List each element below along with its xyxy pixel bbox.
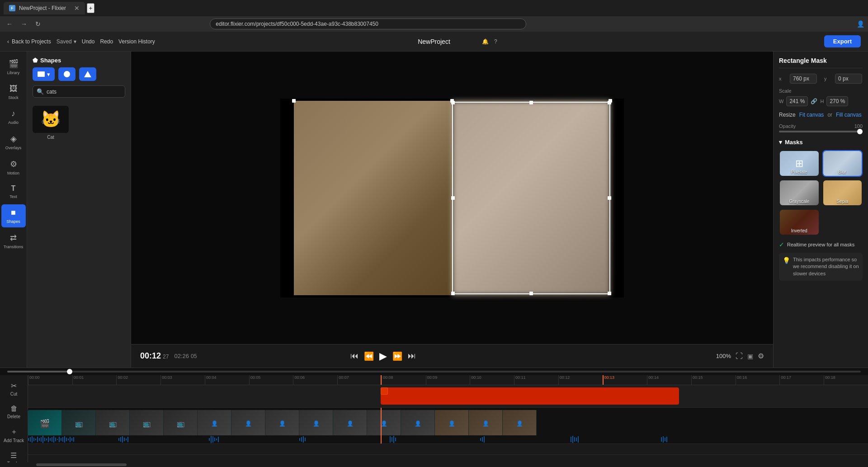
skip-end-button[interactable]: ⏭ [408,351,416,361]
profile-icon[interactable]: 👤 [857,20,864,28]
timeline-scrollbar[interactable] [0,462,868,467]
undo-button[interactable]: Undo [82,38,95,45]
browser-chrome: F NewProject - Flixier ✕ ＋ ← → ↻ editor.… [0,0,868,32]
svg-rect-42 [301,437,302,442]
svg-rect-10 [41,437,42,442]
scrub-bar[interactable] [7,371,861,373]
svg-rect-14 [48,437,49,442]
mask-grayscale[interactable]: Grayscale [779,179,820,206]
rewind-button[interactable]: ⏪ [364,351,374,361]
scale-w-value[interactable]: 241 % [786,96,808,106]
asset-panel: ⬟ Shapes ▾ 🔍 [27,52,131,368]
performance-text: This impacts performance so we recommend… [793,256,859,277]
search-input[interactable] [47,89,121,95]
svg-rect-43 [303,436,304,443]
sidebar-item-transitions[interactable]: ⇄ Transitions [1,229,26,253]
sidebar-item-shapes[interactable]: ■ Shapes [1,204,26,227]
triangle-shape-button[interactable] [79,67,96,81]
x-value[interactable]: 760 px [790,74,817,84]
mask-inverted[interactable]: Inverted [779,209,820,236]
svg-rect-23 [64,436,65,443]
forward-button[interactable]: → [18,19,30,29]
rectangle-shape-button[interactable]: ▾ [33,67,55,81]
browser-tab-active[interactable]: F NewProject - Flixier ✕ [4,2,85,14]
address-bar[interactable]: editor.flixier.com/projects/df50c000-5ed… [210,19,526,29]
y-label: y [824,76,831,81]
sidebar-item-library[interactable]: 🎬 Library [1,55,26,79]
opacity-slider[interactable] [779,131,863,132]
y-value[interactable]: 0 px [835,74,862,84]
sidebar-item-audio[interactable]: ♪ Audio [1,105,26,128]
svg-rect-3 [28,438,29,441]
sidebar-item-overlays[interactable]: ◈ Overlays [1,130,26,154]
reload-button[interactable]: ↻ [33,19,43,29]
help-icon[interactable]: ? [494,38,497,45]
tab-title: NewProject - Flixier [19,5,66,11]
sidebar-item-text[interactable]: T Text [1,181,26,203]
mask-sepia[interactable]: Sepia [822,179,863,206]
masks-grid: ⊞ Pixelate Blur Grayscale [779,150,863,236]
fill-canvas-link[interactable]: Fill canvas [836,112,862,118]
shapes-label: Shapes [6,219,20,224]
stock-label: Stock [8,95,19,100]
masks-title: Masks [785,139,803,146]
tab-close-button[interactable]: ✕ [74,5,80,12]
circle-icon [63,70,71,78]
svg-rect-16 [52,437,52,442]
red-clip[interactable] [381,387,679,405]
frame-handle-top-right[interactable] [609,99,612,103]
browser-icons: 👤 [857,20,864,28]
cut-action[interactable]: ✂ Cut [8,379,20,399]
svg-rect-46 [392,437,392,442]
back-button[interactable]: ← [4,19,15,29]
scrub-thumb[interactable] [67,369,72,374]
scale-h-value[interactable]: 270 % [826,96,848,106]
circle-shape-button[interactable] [58,67,75,81]
red-clip-track[interactable] [28,385,868,408]
scrollbar-thumb[interactable] [36,463,127,466]
sidebar-item-motion[interactable]: ⚙ Motion [1,156,26,179]
svg-rect-54 [574,437,575,442]
masks-header[interactable]: ▾ Masks [779,139,863,146]
opacity-thumb[interactable] [857,129,863,134]
play-button[interactable]: ▶ [379,350,387,362]
fullscreen-button[interactable]: ⛶ [736,352,743,360]
svg-rect-18 [55,438,56,441]
sidebar-item-stock[interactable]: 🖼 Stock [1,80,26,104]
text-icon: T [11,184,16,193]
svg-rect-35 [209,438,210,441]
mask-pixelate[interactable]: ⊞ Pixelate [779,150,820,177]
svg-rect-4 [30,437,31,442]
resize-row: Resize Fit canvas or Fill canvas [779,112,863,118]
tracks-action[interactable]: ☰ Tracks [5,448,24,462]
link-icon[interactable]: 🔗 [811,98,817,104]
back-to-projects[interactable]: ‹ Back to Projects [7,38,51,45]
version-history-button[interactable]: Version History [118,38,155,45]
delete-action[interactable]: 🗑 Delete [5,402,23,422]
realtime-preview-toggle[interactable]: ✓ Realtime preview for all masks [779,241,863,248]
frame-handle-top-left[interactable] [292,99,296,103]
skip-back-button[interactable]: ⏮ [350,351,359,361]
clip-thumb-10: 👤 [367,410,401,437]
new-tab-button[interactable]: ＋ [87,3,94,13]
redo-button[interactable]: Redo [100,38,113,45]
top-bar: ‹ Back to Projects Saved ▾ Undo Redo Ver… [0,32,868,52]
add-track-action[interactable]: ＋ Add Track [1,425,27,446]
settings-button[interactable]: ⚙ [758,352,764,360]
asset-item-cat[interactable]: 🐱 Cat [33,106,69,140]
scale-label: Scale [779,88,863,94]
notifications-icon[interactable]: 🔔 [482,38,489,45]
search-box[interactable]: 🔍 [33,85,125,98]
export-button[interactable]: Export [824,35,861,47]
svg-rect-6 [33,438,34,441]
clip-start-handle[interactable] [381,387,388,395]
clip-thumb-3: 📺 [130,410,164,437]
saved-label: Saved [57,38,72,45]
fast-forward-button[interactable]: ⏩ [392,351,402,361]
mask-blur[interactable]: Blur [822,150,863,177]
svg-rect-13 [46,439,47,440]
fit-canvas-link[interactable]: Fit canvas [799,112,824,118]
total-frame: 05 [191,353,197,359]
frame-handle-top[interactable] [450,99,454,103]
shape-tools: ▾ [27,67,131,85]
